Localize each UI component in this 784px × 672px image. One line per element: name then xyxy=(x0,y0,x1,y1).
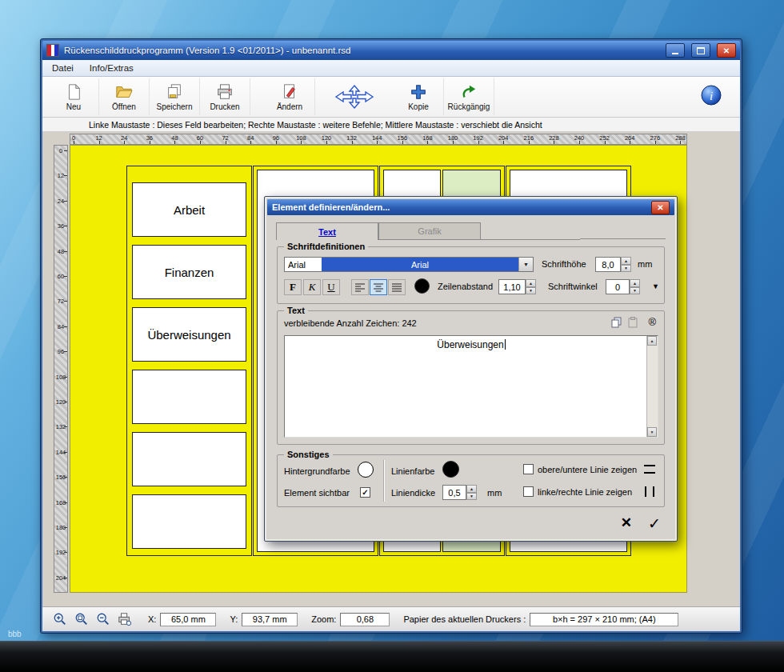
paste-text-button[interactable] xyxy=(626,316,638,328)
edit-icon xyxy=(279,82,300,102)
ruler-tick xyxy=(64,552,67,553)
ruler-tick xyxy=(630,141,630,144)
zeilenabstand-label: Zeilenabstand xyxy=(438,282,493,291)
menu-bar: Datei Info/Extras xyxy=(42,60,740,77)
toolbar-button-move[interactable] xyxy=(325,78,384,115)
bold-button[interactable]: F xyxy=(284,279,302,295)
underline-label: U xyxy=(327,281,334,294)
dialog-ok-button[interactable]: ✓ xyxy=(648,514,661,533)
y-position-field[interactable]: 93,7 mm xyxy=(242,613,298,626)
background-color-swatch[interactable] xyxy=(358,462,374,478)
zeilenabstand-spinner: 1,10 ▲ ▼ xyxy=(498,279,536,294)
paper-label: Papier des aktuellen Druckers : xyxy=(403,614,526,624)
menu-item-datei[interactable]: Datei xyxy=(52,63,74,73)
italic-label: K xyxy=(309,281,316,294)
spin-down-button[interactable]: ▼ xyxy=(630,287,640,295)
ruler-tick xyxy=(64,175,67,176)
ruler-tick xyxy=(64,452,67,453)
label-cell[interactable]: Überweisungen xyxy=(132,307,246,362)
move-arrows-icon xyxy=(334,87,375,106)
toolbar-button-oeffnen[interactable]: Öffnen xyxy=(99,78,150,115)
schriftwinkel-value[interactable]: 0 xyxy=(606,279,630,294)
spin-up-button[interactable]: ▲ xyxy=(466,485,477,493)
misc-group: Sonstiges Hintergrundfarbe Element sicht… xyxy=(277,454,665,507)
label-cell[interactable]: Finanzen xyxy=(132,245,246,299)
liniendicke-value[interactable]: 0,5 xyxy=(442,485,466,500)
zoom-in-button[interactable] xyxy=(52,611,68,627)
ruler-tick xyxy=(64,301,67,302)
dialog-cancel-button[interactable]: ✕ xyxy=(621,514,632,531)
minimize-button[interactable] xyxy=(666,43,685,58)
dialog-titlebar[interactable]: Element definieren/ändern... ✕ xyxy=(267,199,674,215)
toolbar-button-neu[interactable]: Neu xyxy=(49,78,99,115)
mm-label: mm xyxy=(487,488,502,498)
zoom-field[interactable]: 0,68 xyxy=(340,613,390,626)
spin-up-button[interactable]: ▲ xyxy=(526,279,536,287)
label-cell[interactable] xyxy=(132,370,246,424)
spin-down-button[interactable]: ▼ xyxy=(621,265,631,273)
schriftwinkel-dropdown-button[interactable]: ▼ xyxy=(652,282,659,290)
copy-text-button[interactable] xyxy=(610,316,622,328)
dialog-close-button[interactable]: ✕ xyxy=(651,201,670,214)
label-cell[interactable] xyxy=(132,432,246,486)
spin-up-button[interactable]: ▲ xyxy=(630,279,640,287)
tab-text[interactable]: Text xyxy=(276,222,378,240)
info-icon: i xyxy=(700,95,722,109)
element-text: Überweisungen xyxy=(437,339,503,350)
close-icon: ✕ xyxy=(657,203,663,212)
ruler-tick xyxy=(174,141,175,144)
label-cell[interactable] xyxy=(132,494,246,549)
italic-button[interactable]: K xyxy=(303,279,321,295)
font-color-swatch[interactable] xyxy=(414,278,430,294)
combo-dropdown-button[interactable]: ▼ xyxy=(518,258,533,271)
taskbar[interactable] xyxy=(0,641,784,672)
left-right-line-checkbox[interactable] xyxy=(523,486,534,497)
align-center-button[interactable] xyxy=(370,279,387,295)
ruler-tick xyxy=(64,201,67,202)
schrifthoehe-value[interactable]: 8,0 xyxy=(595,257,621,272)
align-left-button[interactable] xyxy=(351,279,369,295)
print-preview-button[interactable] xyxy=(117,611,133,627)
label-cell[interactable]: Arbeit xyxy=(132,182,246,237)
registered-symbol-button[interactable]: ® xyxy=(648,316,656,328)
align-justify-button[interactable] xyxy=(388,279,406,295)
maximize-button[interactable] xyxy=(691,43,710,58)
font-family-combobox[interactable]: Arial Arial ▼ xyxy=(284,257,534,272)
spin-up-button[interactable]: ▲ xyxy=(621,257,631,265)
ruler-tick xyxy=(64,502,67,503)
zoom-out-button[interactable] xyxy=(95,611,111,627)
window-titlebar[interactable]: Rückenschilddruckprogramm (Version 1.9 <… xyxy=(42,41,740,60)
x-position-field[interactable]: 65,0 mm xyxy=(160,613,216,626)
info-button[interactable]: i xyxy=(700,84,722,110)
scroll-up-button[interactable]: ▲ xyxy=(647,336,657,346)
mm-label: mm xyxy=(638,259,652,269)
scroll-down-button[interactable]: ▼ xyxy=(647,427,657,437)
spin-down-button[interactable]: ▼ xyxy=(526,287,536,295)
toolbar-label: Rückgängig xyxy=(448,102,490,111)
element-text-area[interactable]: Überweisungen ▲ ▼ xyxy=(284,335,658,438)
window-title: Rückenschilddruckprogramm (Version 1.9 <… xyxy=(64,46,659,55)
spin-down-icon: ▼ xyxy=(633,288,637,293)
horizontal-ruler: 0122436486072849610812013214415616818019… xyxy=(70,134,687,145)
close-button[interactable]: ✕ xyxy=(717,43,736,58)
toolbar-button-rueckgaengig[interactable]: Rückgängig xyxy=(444,78,494,115)
spin-down-button[interactable]: ▼ xyxy=(466,493,477,501)
zeilenabstand-value[interactable]: 1,10 xyxy=(498,279,526,294)
toolbar-button-speichern[interactable]: Speichern xyxy=(150,78,200,115)
line-color-swatch[interactable] xyxy=(442,461,459,478)
tab-grafik[interactable]: Grafik xyxy=(378,222,481,239)
menu-item-info-extras[interactable]: Info/Extras xyxy=(90,63,134,73)
schrifthoehe-label: Schrifthöhe xyxy=(542,259,586,269)
spin-up-icon: ▲ xyxy=(624,258,628,263)
toolbar-button-kopie[interactable]: Kopie xyxy=(394,78,444,115)
toolbar-button-aendern[interactable]: Ändern xyxy=(265,78,315,115)
underline-button[interactable]: U xyxy=(322,279,340,295)
top-bottom-line-checkbox[interactable] xyxy=(523,464,534,474)
toolbar-button-drucken[interactable]: Drucken xyxy=(200,78,250,115)
zoom-fit-button[interactable] xyxy=(74,611,90,627)
chevron-down-icon: ▼ xyxy=(652,282,659,290)
element-visible-checkbox[interactable]: ✓ xyxy=(360,487,370,498)
textarea-scrollbar[interactable]: ▲ ▼ xyxy=(646,336,658,437)
tab-divider xyxy=(580,238,666,239)
ruler-tick xyxy=(64,226,67,226)
